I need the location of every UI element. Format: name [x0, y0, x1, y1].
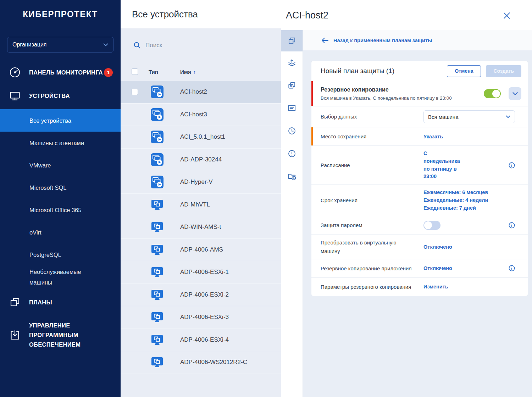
plans-overlap-icon — [287, 36, 297, 45]
detail-tab-strip: R — [281, 30, 303, 397]
table-row[interactable]: AD-Hyper-V — [121, 171, 281, 194]
select-all-checkbox[interactable] — [132, 68, 138, 75]
detail-header: ACI-host2 — [281, 0, 532, 30]
back-link-label: Назад к примененным планам защиты — [333, 38, 432, 43]
row-label: Защита паролем — [321, 221, 423, 229]
organization-selector[interactable]: Организация — [7, 37, 113, 53]
application-backup-value[interactable]: Отключено — [423, 265, 504, 271]
data-selection-dropdown[interactable]: Вся машина — [423, 110, 515, 123]
row-data-selection: Выбор данных Вся машина — [311, 106, 528, 127]
table-row[interactable]: ADP-4006-ESXi-2 — [121, 284, 281, 307]
sidebar-subitem-label: PostgreSQL — [29, 249, 61, 260]
table-row[interactable]: AD-MhVTL — [121, 194, 281, 216]
device-name: AD-Hyper-V — [180, 178, 213, 186]
schedule-value[interactable]: С понедельника по пятницу в 23:00 — [423, 150, 464, 181]
table-row[interactable]: ADP-4006-ESXi-4 — [121, 329, 281, 352]
device-name: ADP-4006-ESXi-2 — [180, 291, 229, 298]
row-label: Резервное копирование приложения — [321, 264, 423, 272]
sort-asc-icon: ↑ — [193, 69, 196, 75]
virtual-machine-icon — [150, 198, 164, 211]
device-name: AD-WIN-AMS-t — [180, 224, 221, 231]
table-row[interactable]: ACI-host3 — [121, 104, 281, 126]
sidebar-subitem[interactable]: Microsoft SQL — [0, 176, 121, 199]
sidebar-subitem[interactable]: PostgreSQL — [0, 243, 121, 266]
search-input[interactable]: Поиск — [121, 28, 281, 62]
backup-module-title: Резервное копирование — [321, 87, 484, 93]
create-button[interactable]: Создать — [486, 65, 521, 77]
back-link[interactable]: Назад к примененным планам защиты — [316, 37, 432, 44]
tab-add-to-group[interactable] — [281, 165, 303, 188]
sidebar-item-software-management[interactable]: УПРАВЛЕНИЕ ПРОГРАММНЫМ ОБЕСПЕЧЕНИЕМ — [0, 321, 121, 349]
toggle-knob — [424, 221, 432, 229]
column-header-type: Тип — [149, 69, 158, 75]
folder-plus-icon — [287, 172, 297, 181]
row-location: Место сохранения Указать — [311, 127, 528, 145]
row-retention: Срок хранения Ежемесячные: 6 месяцев Еже… — [311, 184, 528, 216]
sidebar-subitem[interactable]: Машины с агентами — [0, 132, 121, 154]
backup-module-row: Резервное копирование Вся машина в Указа… — [311, 81, 528, 106]
device-name: ADP-4006-ESXi-3 — [180, 314, 229, 321]
sidebar-item-label: УСТРОЙСТВА — [29, 91, 70, 101]
page-title: Все устройства — [121, 0, 281, 28]
info-icon[interactable] — [509, 162, 515, 169]
software-download-icon — [9, 329, 21, 342]
retention-value[interactable]: Ежемесячные: 6 месяцев Еженедельные: 4 н… — [423, 189, 515, 212]
change-options-link[interactable]: Изменить — [423, 284, 515, 290]
virtualization-host-icon — [150, 108, 164, 121]
detail-content: Новый план защиты (1) Отмена Создать Рез… — [303, 50, 532, 397]
convert-to-vm-value[interactable]: Отключено — [423, 244, 515, 250]
table-row[interactable]: AD-WIN-AMS-t — [121, 216, 281, 239]
table-row[interactable]: ADP-4006-ESXi-3 — [121, 306, 281, 329]
table-row[interactable]: ADP-4006-ESXi-1 — [121, 261, 281, 284]
close-icon[interactable] — [503, 12, 511, 20]
sidebar-item-label: ПЛАНЫ — [29, 298, 52, 307]
sidebar-item-dashboard[interactable]: ПАНЕЛЬ МОНИТОРИНГА 1 — [0, 66, 121, 79]
tab-schedule[interactable] — [281, 120, 303, 142]
device-name: ADP-4006-ESXi-1 — [180, 269, 229, 276]
search-placeholder: Поиск — [145, 42, 162, 49]
table-row[interactable]: ACI_5.0.1_host1 — [121, 126, 281, 149]
sidebar-subitem[interactable]: Все устройства — [0, 109, 121, 132]
recovery-plans-icon: R — [287, 81, 297, 90]
sidebar-subitem[interactable]: Необслуживаемые машины — [0, 266, 121, 288]
sidebar-item-plans[interactable]: ПЛАНЫ — [0, 296, 121, 309]
table-row[interactable]: ACI-host2 — [121, 81, 281, 104]
device-name: ADP-4006-ESXi-4 — [180, 336, 229, 343]
device-name: AD-ADP-30244 — [180, 156, 222, 163]
table-row[interactable]: ADP-4006-AMS — [121, 239, 281, 261]
tab-recovery[interactable] — [281, 51, 303, 74]
expand-module-button[interactable] — [509, 87, 521, 100]
device-name: ACI_5.0.1_host1 — [180, 133, 225, 140]
device-list-panel: Все устройства Поиск Тип Имя↑ — [121, 0, 281, 397]
toggle-knob — [492, 90, 500, 98]
cancel-button[interactable]: Отмена — [447, 65, 481, 77]
sidebar-subitem[interactable]: Microsoft Office 365 — [0, 199, 121, 221]
backup-enabled-toggle[interactable] — [484, 89, 501, 98]
sidebar-item-devices[interactable]: УСТРОЙСТВА — [0, 89, 121, 102]
column-header-name[interactable]: Имя↑ — [180, 69, 196, 75]
info-icon[interactable] — [509, 265, 515, 271]
sidebar-subitem-label: VMware — [29, 160, 51, 171]
alert-count-badge: 1 — [104, 68, 113, 77]
info-icon[interactable] — [509, 222, 515, 228]
password-protection-toggle[interactable] — [423, 221, 440, 230]
chevron-down-icon — [103, 43, 108, 46]
device-name: ACI-host2 — [180, 88, 207, 95]
row-label: Преобразовать в виртуальную машину — [321, 238, 423, 255]
table-row[interactable]: AD-ADP-30244 — [121, 149, 281, 171]
monitor-icon — [9, 89, 21, 102]
sidebar-subitem-label: Машины с агентами — [29, 138, 84, 148]
row-checkbox[interactable] — [132, 89, 138, 95]
row-application-backup: Резервное копирование приложения Отключе… — [311, 259, 528, 277]
table-row[interactable]: ADP-4006-WS2012R2-C — [121, 351, 281, 374]
virtual-machine-icon — [150, 310, 164, 324]
specify-location-link[interactable]: Указать — [423, 134, 515, 139]
tab-protection-plans[interactable] — [281, 30, 303, 51]
tab-recovery-plans[interactable]: R — [281, 74, 303, 97]
sidebar-subitem[interactable]: oVirt — [0, 221, 121, 243]
tab-alerts[interactable] — [281, 142, 303, 165]
row-password-protection: Защита паролем — [311, 216, 528, 234]
sidebar-subitem[interactable]: VMware — [0, 154, 121, 176]
sidebar-item-label: ПАНЕЛЬ МОНИТОРИНГА — [29, 68, 103, 77]
tab-activities[interactable] — [281, 97, 303, 120]
